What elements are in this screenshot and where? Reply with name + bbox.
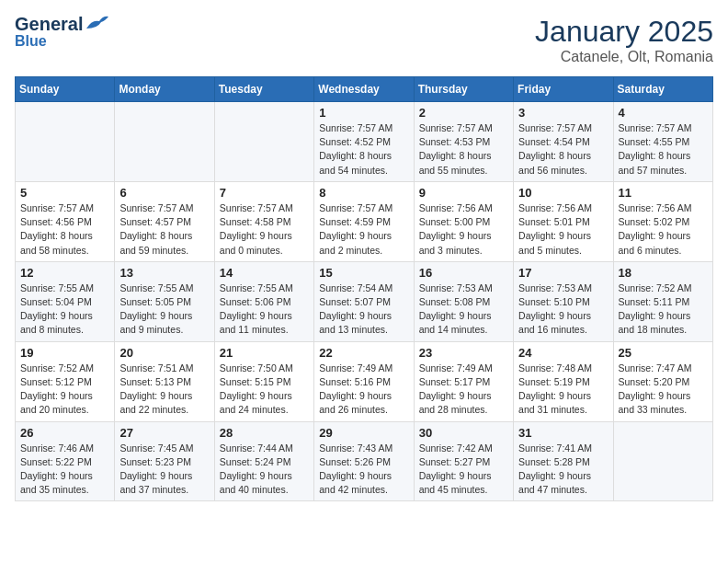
- calendar-cell: 3 Sunrise: 7:57 AMSunset: 4:54 PMDayligh…: [514, 102, 613, 182]
- calendar-cell: [16, 102, 115, 182]
- day-number: 20: [119, 346, 209, 360]
- calendar-cell: [115, 102, 214, 182]
- calendar-cell: 30 Sunrise: 7:42 AMSunset: 5:27 PMDaylig…: [414, 421, 513, 501]
- calendar-table: SundayMondayTuesdayWednesdayThursdayFrid…: [15, 76, 713, 501]
- logo-bird-icon: [85, 12, 110, 32]
- day-detail: Sunrise: 7:55 AMSunset: 5:06 PMDaylight:…: [220, 282, 293, 336]
- day-number: 18: [619, 266, 708, 280]
- calendar-cell: 23 Sunrise: 7:49 AMSunset: 5:17 PMDaylig…: [414, 341, 513, 421]
- day-detail: Sunrise: 7:57 AMSunset: 4:52 PMDaylight:…: [319, 122, 392, 176]
- day-detail: Sunrise: 7:45 AMSunset: 5:23 PMDaylight:…: [119, 442, 193, 496]
- calendar-week-4: 26 Sunrise: 7:46 AMSunset: 5:22 PMDaylig…: [16, 421, 713, 501]
- weekday-header-thursday: Thursday: [414, 77, 513, 102]
- weekday-header-saturday: Saturday: [613, 77, 712, 102]
- day-number: 17: [518, 266, 608, 280]
- day-number: 15: [319, 266, 408, 280]
- day-detail: Sunrise: 7:51 AMSunset: 5:13 PMDaylight:…: [119, 362, 193, 416]
- day-number: 4: [619, 106, 708, 120]
- calendar-week-0: 1 Sunrise: 7:57 AMSunset: 4:52 PMDayligh…: [16, 102, 713, 182]
- day-detail: Sunrise: 7:55 AMSunset: 5:04 PMDaylight:…: [20, 282, 94, 336]
- calendar-cell: 16 Sunrise: 7:53 AMSunset: 5:08 PMDaylig…: [414, 261, 513, 341]
- day-number: 28: [220, 426, 309, 440]
- day-number: 31: [518, 426, 608, 440]
- calendar-cell: 9 Sunrise: 7:56 AMSunset: 5:00 PMDayligh…: [414, 181, 513, 261]
- calendar-cell: 13 Sunrise: 7:55 AMSunset: 5:05 PMDaylig…: [115, 261, 214, 341]
- title-block: January 2025 Catanele, Olt, Romania: [535, 15, 713, 65]
- day-detail: Sunrise: 7:46 AMSunset: 5:22 PMDaylight:…: [20, 442, 94, 496]
- day-number: 1: [319, 106, 408, 120]
- day-number: 27: [119, 426, 209, 440]
- day-detail: Sunrise: 7:52 AMSunset: 5:12 PMDaylight:…: [20, 362, 94, 416]
- location-title: Catanele, Olt, Romania: [535, 49, 713, 65]
- calendar-cell: [613, 421, 712, 501]
- day-detail: Sunrise: 7:52 AMSunset: 5:11 PMDaylight:…: [619, 282, 692, 336]
- day-detail: Sunrise: 7:49 AMSunset: 5:16 PMDaylight:…: [319, 362, 392, 416]
- day-detail: Sunrise: 7:41 AMSunset: 5:28 PMDaylight:…: [518, 442, 592, 496]
- day-number: 12: [20, 266, 109, 280]
- day-detail: Sunrise: 7:56 AMSunset: 5:00 PMDaylight:…: [419, 202, 493, 256]
- day-detail: Sunrise: 7:55 AMSunset: 5:05 PMDaylight:…: [119, 282, 193, 336]
- calendar-cell: 20 Sunrise: 7:51 AMSunset: 5:13 PMDaylig…: [115, 341, 214, 421]
- calendar-cell: 31 Sunrise: 7:41 AMSunset: 5:28 PMDaylig…: [514, 421, 613, 501]
- calendar-cell: 28 Sunrise: 7:44 AMSunset: 5:24 PMDaylig…: [214, 421, 313, 501]
- day-number: 5: [20, 186, 109, 200]
- calendar-cell: 22 Sunrise: 7:49 AMSunset: 5:16 PMDaylig…: [314, 341, 414, 421]
- day-detail: Sunrise: 7:57 AMSunset: 4:54 PMDaylight:…: [518, 122, 592, 176]
- weekday-header-tuesday: Tuesday: [214, 77, 313, 102]
- logo-text: General: [15, 15, 83, 33]
- day-detail: Sunrise: 7:50 AMSunset: 5:15 PMDaylight:…: [220, 362, 293, 416]
- calendar-week-2: 12 Sunrise: 7:55 AMSunset: 5:04 PMDaylig…: [16, 261, 713, 341]
- day-number: 2: [419, 106, 508, 120]
- day-detail: Sunrise: 7:47 AMSunset: 5:20 PMDaylight:…: [619, 362, 692, 416]
- day-detail: Sunrise: 7:56 AMSunset: 5:01 PMDaylight:…: [518, 202, 592, 256]
- calendar-cell: 11 Sunrise: 7:56 AMSunset: 5:02 PMDaylig…: [613, 181, 712, 261]
- day-detail: Sunrise: 7:53 AMSunset: 5:10 PMDaylight:…: [518, 282, 592, 336]
- calendar-body: 1 Sunrise: 7:57 AMSunset: 4:52 PMDayligh…: [16, 102, 713, 501]
- day-number: 6: [119, 186, 209, 200]
- calendar-cell: 12 Sunrise: 7:55 AMSunset: 5:04 PMDaylig…: [16, 261, 115, 341]
- day-number: 30: [419, 426, 508, 440]
- calendar-cell: 25 Sunrise: 7:47 AMSunset: 5:20 PMDaylig…: [613, 341, 712, 421]
- weekday-header-friday: Friday: [514, 77, 613, 102]
- weekday-header-wednesday: Wednesday: [314, 77, 414, 102]
- calendar-cell: 7 Sunrise: 7:57 AMSunset: 4:58 PMDayligh…: [214, 181, 313, 261]
- day-number: 24: [518, 346, 608, 360]
- day-number: 26: [20, 426, 109, 440]
- day-detail: Sunrise: 7:44 AMSunset: 5:24 PMDaylight:…: [220, 442, 293, 496]
- calendar-cell: [214, 102, 313, 182]
- calendar-cell: 18 Sunrise: 7:52 AMSunset: 5:11 PMDaylig…: [613, 261, 712, 341]
- calendar-cell: 4 Sunrise: 7:57 AMSunset: 4:55 PMDayligh…: [613, 102, 712, 182]
- day-number: 23: [419, 346, 508, 360]
- calendar-cell: 10 Sunrise: 7:56 AMSunset: 5:01 PMDaylig…: [514, 181, 613, 261]
- day-detail: Sunrise: 7:57 AMSunset: 4:55 PMDaylight:…: [619, 122, 692, 176]
- calendar-cell: 14 Sunrise: 7:55 AMSunset: 5:06 PMDaylig…: [214, 261, 313, 341]
- month-title: January 2025: [535, 15, 713, 49]
- day-number: 8: [319, 186, 408, 200]
- calendar-cell: 1 Sunrise: 7:57 AMSunset: 4:52 PMDayligh…: [314, 102, 414, 182]
- day-number: 10: [518, 186, 608, 200]
- day-number: 9: [419, 186, 508, 200]
- day-number: 7: [220, 186, 309, 200]
- day-detail: Sunrise: 7:43 AMSunset: 5:26 PMDaylight:…: [319, 442, 392, 496]
- day-number: 21: [220, 346, 309, 360]
- day-detail: Sunrise: 7:57 AMSunset: 4:53 PMDaylight:…: [419, 122, 493, 176]
- page-header: General Blue January 2025 Catanele, Olt,…: [15, 15, 713, 65]
- calendar-cell: 17 Sunrise: 7:53 AMSunset: 5:10 PMDaylig…: [514, 261, 613, 341]
- weekday-header-sunday: Sunday: [16, 77, 115, 102]
- day-number: 19: [20, 346, 109, 360]
- day-detail: Sunrise: 7:56 AMSunset: 5:02 PMDaylight:…: [619, 202, 692, 256]
- calendar-header: SundayMondayTuesdayWednesdayThursdayFrid…: [16, 77, 713, 102]
- day-detail: Sunrise: 7:42 AMSunset: 5:27 PMDaylight:…: [419, 442, 493, 496]
- calendar-cell: 19 Sunrise: 7:52 AMSunset: 5:12 PMDaylig…: [16, 341, 115, 421]
- calendar-week-1: 5 Sunrise: 7:57 AMSunset: 4:56 PMDayligh…: [16, 181, 713, 261]
- day-detail: Sunrise: 7:57 AMSunset: 4:58 PMDaylight:…: [220, 202, 293, 256]
- day-number: 11: [619, 186, 708, 200]
- calendar-cell: 2 Sunrise: 7:57 AMSunset: 4:53 PMDayligh…: [414, 102, 513, 182]
- logo: General Blue: [15, 15, 110, 50]
- calendar-cell: 8 Sunrise: 7:57 AMSunset: 4:59 PMDayligh…: [314, 181, 414, 261]
- day-detail: Sunrise: 7:49 AMSunset: 5:17 PMDaylight:…: [419, 362, 493, 416]
- day-number: 16: [419, 266, 508, 280]
- day-number: 3: [518, 106, 608, 120]
- calendar-cell: 21 Sunrise: 7:50 AMSunset: 5:15 PMDaylig…: [214, 341, 313, 421]
- calendar-cell: 24 Sunrise: 7:48 AMSunset: 5:19 PMDaylig…: [514, 341, 613, 421]
